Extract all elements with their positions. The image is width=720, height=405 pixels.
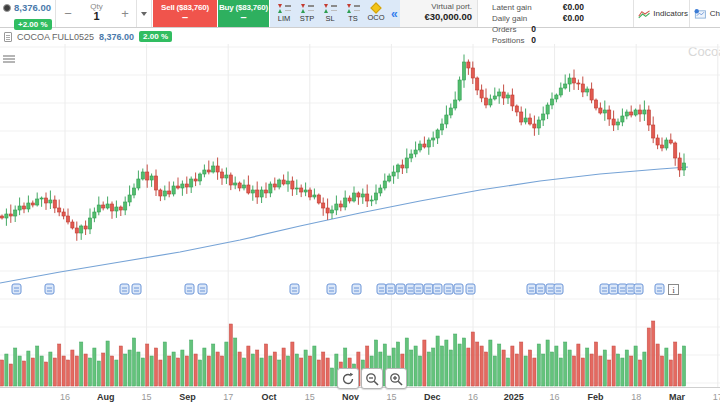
candle-body <box>476 78 479 90</box>
volume-bar <box>58 344 61 386</box>
volume-bar <box>172 352 175 386</box>
event-marker-icon[interactable] <box>554 284 563 294</box>
volume-bar <box>440 346 443 386</box>
event-marker-icon[interactable] <box>655 284 664 294</box>
candle-body <box>102 205 105 208</box>
candle-body <box>326 208 329 213</box>
order-type-trailingstop[interactable]: TS <box>343 3 363 23</box>
candle-body <box>344 198 347 207</box>
event-marker-icon[interactable] <box>45 284 54 294</box>
volume-bar <box>608 360 611 386</box>
sell-button[interactable]: Sell ($83,760) – <box>153 0 217 27</box>
candle-body <box>682 163 685 170</box>
candle-body <box>462 62 465 80</box>
order-type-oco[interactable]: OCO <box>366 3 386 22</box>
candle-body <box>84 226 87 229</box>
volume-bar <box>150 356 153 386</box>
candle-body <box>269 184 272 193</box>
candle-body <box>388 176 391 181</box>
volume-bar <box>106 341 109 386</box>
order-type-stoploss[interactable]: SL <box>320 3 340 23</box>
instrument-info-icon[interactable] <box>4 32 12 42</box>
volume-bar <box>586 348 589 386</box>
axis-label: 16 <box>550 392 560 402</box>
qty-decrease-button[interactable]: − <box>57 0 79 27</box>
candle-body <box>603 110 606 113</box>
volume-bar <box>247 346 250 386</box>
volume-bar <box>511 346 514 386</box>
volume-bar <box>141 358 144 386</box>
event-marker-icon[interactable] <box>396 284 405 294</box>
reset-zoom-button[interactable] <box>337 368 359 389</box>
event-marker-icon[interactable] <box>466 284 475 294</box>
candle-body <box>559 88 562 95</box>
volume-bar <box>190 340 193 386</box>
candle-body <box>511 95 514 106</box>
candle-body <box>546 105 549 114</box>
event-marker-icon[interactable] <box>132 284 141 294</box>
event-marker-icon[interactable] <box>609 284 618 294</box>
volume-bar <box>621 358 624 386</box>
volume-bar <box>665 348 668 386</box>
volume-bar <box>115 360 118 386</box>
volume-bar <box>36 346 39 386</box>
collapse-panel-button[interactable]: « <box>391 7 398 21</box>
volume-bar <box>5 354 8 386</box>
event-marker-icon[interactable] <box>120 284 129 294</box>
volume-bar <box>546 340 549 386</box>
positions-value: 0 <box>531 35 536 46</box>
portfolio-label: Virtual port. <box>400 2 472 11</box>
axis-label: 17 <box>223 392 233 402</box>
event-marker-icon[interactable] <box>290 284 299 294</box>
volume-bar <box>71 350 74 386</box>
zoom-out-button[interactable] <box>361 368 383 389</box>
event-marker-icon[interactable] <box>185 284 194 294</box>
buy-button[interactable]: Buy ($83,760) – <box>218 0 269 27</box>
candle-body <box>93 212 96 218</box>
candle-body <box>75 228 78 233</box>
candle-body <box>286 181 289 184</box>
event-marker-icon[interactable] <box>414 284 423 294</box>
event-marker-icon[interactable] <box>377 284 386 294</box>
trailingstop-order-icon <box>347 3 360 13</box>
volume-bar <box>185 356 188 386</box>
event-marker-icon[interactable] <box>386 284 395 294</box>
event-marker-icon[interactable] <box>352 284 361 294</box>
candle-body <box>308 190 311 197</box>
candle-body <box>638 110 641 114</box>
candle-body <box>80 226 83 233</box>
event-marker-icon[interactable] <box>12 284 21 294</box>
volume-bar <box>317 360 320 386</box>
price-chart[interactable] <box>0 0 720 405</box>
qty-increase-button[interactable]: + <box>114 0 136 27</box>
event-marker-icon[interactable] <box>536 284 545 294</box>
chart-info-button[interactable]: i <box>668 284 679 295</box>
event-marker-icon[interactable] <box>424 284 433 294</box>
time-axis[interactable]: 16Aug15Sep17Oct15Nov15Dec16202516Feb18Ma… <box>0 387 720 405</box>
zoom-in-button[interactable] <box>385 368 407 389</box>
buy-button-price: – <box>218 12 269 23</box>
qty-dropdown-button[interactable] <box>136 0 151 27</box>
instrument-price-display: 8,376.00 +2.00 % <box>0 0 56 27</box>
order-type-limit[interactable]: LIM <box>274 3 294 23</box>
order-type-stop[interactable]: STP <box>297 3 317 23</box>
event-marker-icon[interactable] <box>600 284 609 294</box>
event-marker-icon[interactable] <box>433 284 442 294</box>
candle-body <box>14 210 17 216</box>
event-marker-icon[interactable] <box>454 284 463 294</box>
candle-body <box>137 179 140 188</box>
indicators-button[interactable]: Indicators <box>633 0 688 27</box>
event-marker-icon[interactable] <box>444 284 453 294</box>
axis-label: Feb <box>587 392 603 402</box>
volume-bar <box>594 342 597 386</box>
event-marker-icon[interactable] <box>327 284 336 294</box>
chart-options-button[interactable]: Ch <box>689 0 720 27</box>
candle-body <box>440 124 443 130</box>
volume-bar <box>568 350 571 386</box>
event-marker-icon[interactable] <box>198 284 207 294</box>
volume-bar <box>159 360 162 386</box>
event-marker-icon[interactable] <box>527 284 536 294</box>
volume-bar <box>88 358 91 386</box>
watchlist-icon[interactable] <box>3 55 15 64</box>
event-marker-icon[interactable] <box>634 284 643 294</box>
